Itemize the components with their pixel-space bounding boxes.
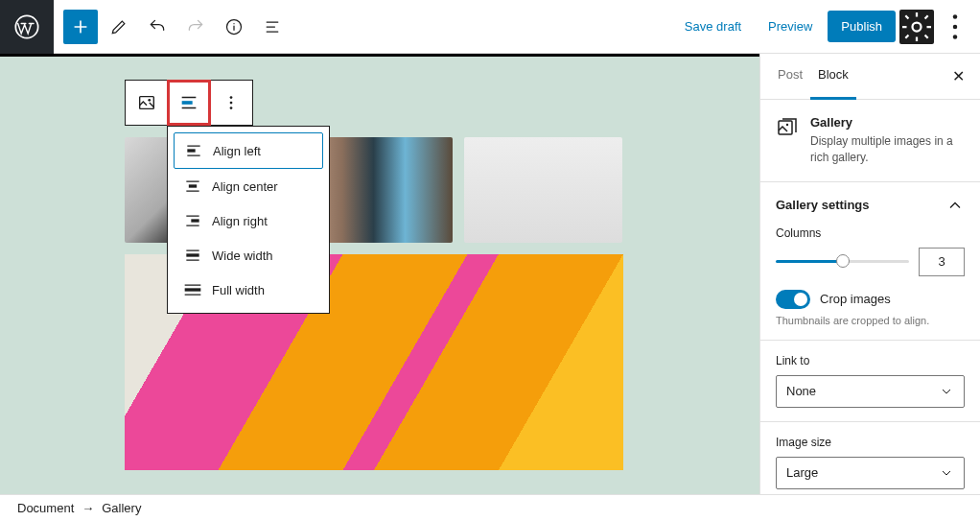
info-button[interactable] <box>217 10 251 44</box>
block-description: Display multiple images in a rich galler… <box>810 133 965 166</box>
align-dropdown: Align left Align center Align right Wide… <box>167 126 330 314</box>
block-info-panel: Gallery Display multiple images in a ric… <box>760 100 980 182</box>
align-left-option[interactable]: Align left <box>174 132 323 169</box>
settings-sidebar: Post Block ✕ Gallery Display multiple im… <box>759 54 980 494</box>
linkto-label: Link to <box>776 354 965 367</box>
select-value: None <box>786 384 816 398</box>
dropdown-item-label: Align center <box>212 179 278 194</box>
crop-images-toggle[interactable] <box>776 290 810 309</box>
dropdown-item-label: Align left <box>213 144 261 158</box>
align-button[interactable] <box>168 81 210 125</box>
breadcrumb: Document → Gallery <box>0 494 980 521</box>
more-options-button[interactable] <box>938 10 972 44</box>
breadcrumb-root[interactable]: Document <box>17 501 74 515</box>
svg-point-3 <box>953 14 958 19</box>
svg-rect-14 <box>191 219 198 222</box>
svg-rect-16 <box>185 288 201 291</box>
svg-point-10 <box>230 102 233 105</box>
svg-rect-13 <box>189 184 197 187</box>
full-width-icon <box>183 280 202 299</box>
svg-point-9 <box>230 96 233 99</box>
svg-point-5 <box>953 35 958 39</box>
svg-point-4 <box>953 24 958 29</box>
gallery-icon <box>776 115 799 138</box>
imagesize-label: Image size <box>776 436 965 449</box>
preview-button[interactable]: Preview <box>757 12 824 41</box>
chevron-down-icon <box>939 465 954 481</box>
chevron-up-icon <box>945 196 965 215</box>
chevron-down-icon <box>939 384 954 399</box>
tab-post[interactable]: Post <box>770 54 810 99</box>
add-block-button[interactable] <box>63 10 98 44</box>
select-value: Large <box>786 465 818 480</box>
svg-point-18 <box>786 124 788 126</box>
align-center-option[interactable]: Align center <box>174 169 323 203</box>
tab-block[interactable]: Block <box>810 54 856 100</box>
svg-rect-8 <box>181 101 192 105</box>
undo-button[interactable] <box>140 10 175 44</box>
columns-input[interactable] <box>919 248 965 276</box>
block-type-button[interactable] <box>126 81 168 125</box>
crop-help-text: Thumbnails are cropped to align. <box>776 315 965 326</box>
align-left-icon <box>184 141 203 160</box>
svg-rect-12 <box>187 149 195 152</box>
columns-slider[interactable] <box>776 260 909 263</box>
svg-rect-15 <box>186 253 198 256</box>
align-right-icon <box>183 211 202 230</box>
close-sidebar-button[interactable]: ✕ <box>946 54 970 99</box>
wp-logo[interactable] <box>0 0 54 54</box>
block-more-button[interactable] <box>210 81 252 125</box>
block-title: Gallery <box>810 115 965 130</box>
dropdown-item-label: Wide width <box>212 249 273 263</box>
dropdown-item-label: Full width <box>212 283 265 297</box>
svg-point-11 <box>230 107 233 109</box>
publish-button[interactable]: Publish <box>828 11 896 42</box>
full-width-option[interactable]: Full width <box>174 272 323 307</box>
gallery-image[interactable] <box>464 137 622 243</box>
panel-title: Gallery settings <box>776 198 870 212</box>
outline-button[interactable] <box>255 10 290 44</box>
top-toolbar: Save draft Preview Publish <box>0 0 980 54</box>
edit-mode-button[interactable] <box>102 10 136 44</box>
svg-point-7 <box>148 99 151 102</box>
svg-point-2 <box>913 22 922 31</box>
dropdown-item-label: Align right <box>212 214 268 228</box>
editor-canvas[interactable]: Align left Align center Align right Wide… <box>0 54 759 494</box>
save-draft-button[interactable]: Save draft <box>673 12 753 41</box>
imagesize-select[interactable]: Large <box>776 457 965 489</box>
columns-label: Columns <box>776 226 965 240</box>
wide-width-option[interactable]: Wide width <box>174 238 323 272</box>
align-right-option[interactable]: Align right <box>174 203 323 238</box>
gallery-settings-panel-toggle[interactable]: Gallery settings <box>776 196 965 215</box>
linkto-select[interactable]: None <box>776 375 965 408</box>
settings-button[interactable] <box>899 10 934 44</box>
breadcrumb-current[interactable]: Gallery <box>102 501 141 515</box>
align-center-icon <box>183 177 202 196</box>
crop-images-label: Crop images <box>820 292 891 306</box>
wide-width-icon <box>183 246 202 265</box>
block-toolbar <box>125 80 253 126</box>
gallery-block[interactable] <box>0 57 759 493</box>
redo-button[interactable] <box>178 10 213 44</box>
